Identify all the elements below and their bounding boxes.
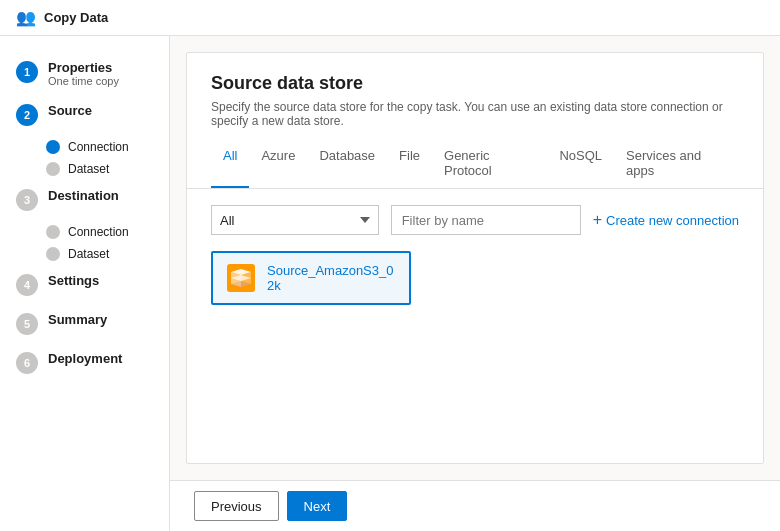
- next-button[interactable]: Next: [287, 491, 348, 521]
- step-circle-4: 4: [16, 274, 38, 296]
- sidebar-item-summary[interactable]: 5 Summary: [0, 304, 169, 343]
- amazons3-icon: [227, 264, 255, 292]
- sidebar: 1 Properties One time copy 2 Source Conn…: [0, 36, 170, 531]
- panel-title: Source data store: [211, 73, 739, 94]
- tab-database[interactable]: Database: [307, 140, 387, 188]
- sidebar-item-settings[interactable]: 4 Settings: [0, 265, 169, 304]
- step-circle-6: 6: [16, 352, 38, 374]
- tab-generic-protocol[interactable]: Generic Protocol: [432, 140, 547, 188]
- search-input[interactable]: [391, 205, 581, 235]
- destination-dataset-dot: [46, 247, 60, 261]
- type-dropdown[interactable]: All Azure Database File Generic Protocol…: [211, 205, 379, 235]
- step-sublabel-properties: One time copy: [48, 75, 119, 87]
- create-new-label: Create new connection: [606, 213, 739, 228]
- destination-connection-dot: [46, 225, 60, 239]
- destination-connection-label: Connection: [68, 225, 129, 239]
- bottom-bar: Previous Next: [170, 480, 780, 531]
- previous-button[interactable]: Previous: [194, 491, 279, 521]
- source-dataset-dot: [46, 162, 60, 176]
- destination-dataset-item[interactable]: Dataset: [46, 243, 169, 265]
- step-label-properties: Properties: [48, 60, 119, 75]
- panel-tabs: All Azure Database File Generic Protocol…: [187, 140, 763, 189]
- connection-card-name: Source_AmazonS3_02k: [267, 263, 395, 293]
- step-label-deployment: Deployment: [48, 351, 122, 366]
- step-label-destination: Destination: [48, 188, 119, 203]
- panel-description: Specify the source data store for the co…: [211, 100, 739, 128]
- tab-services-and-apps[interactable]: Services and apps: [614, 140, 739, 188]
- tab-azure[interactable]: Azure: [249, 140, 307, 188]
- step-circle-5: 5: [16, 313, 38, 335]
- source-dataset-item[interactable]: Dataset: [46, 158, 169, 180]
- step-circle-1: 1: [16, 61, 38, 83]
- source-connection-label: Connection: [68, 140, 129, 154]
- top-bar: 👥 Copy Data: [0, 0, 780, 36]
- destination-sub-items: Connection Dataset: [46, 221, 169, 265]
- destination-connection-item[interactable]: Connection: [46, 221, 169, 243]
- destination-dataset-label: Dataset: [68, 247, 109, 261]
- source-connection-item[interactable]: Connection: [46, 136, 169, 158]
- plus-icon: +: [593, 211, 602, 229]
- source-connection-dot: [46, 140, 60, 154]
- create-new-connection-button[interactable]: + Create new connection: [593, 211, 739, 229]
- sidebar-item-source[interactable]: 2 Source: [0, 95, 169, 134]
- filter-row: All Azure Database File Generic Protocol…: [211, 205, 739, 235]
- panel-body: All Azure Database File Generic Protocol…: [187, 189, 763, 463]
- connection-card-amazons3[interactable]: Source_AmazonS3_02k: [211, 251, 411, 305]
- content-area: Source data store Specify the source dat…: [170, 36, 780, 531]
- sidebar-item-destination[interactable]: 3 Destination: [0, 180, 169, 219]
- source-dataset-label: Dataset: [68, 162, 109, 176]
- step-label-summary: Summary: [48, 312, 107, 327]
- step-circle-2: 2: [16, 104, 38, 126]
- main-layout: 1 Properties One time copy 2 Source Conn…: [0, 36, 780, 531]
- panel-header: Source data store Specify the source dat…: [187, 53, 763, 140]
- tab-nosql[interactable]: NoSQL: [547, 140, 614, 188]
- sidebar-item-properties[interactable]: 1 Properties One time copy: [0, 52, 169, 95]
- source-sub-items: Connection Dataset: [46, 136, 169, 180]
- copy-data-icon: 👥: [16, 8, 36, 27]
- tab-file[interactable]: File: [387, 140, 432, 188]
- step-label-settings: Settings: [48, 273, 99, 288]
- content-panel: Source data store Specify the source dat…: [186, 52, 764, 464]
- step-circle-3: 3: [16, 189, 38, 211]
- tab-all[interactable]: All: [211, 140, 249, 188]
- sidebar-item-deployment[interactable]: 6 Deployment: [0, 343, 169, 382]
- step-label-source: Source: [48, 103, 92, 118]
- app-title: Copy Data: [44, 10, 108, 25]
